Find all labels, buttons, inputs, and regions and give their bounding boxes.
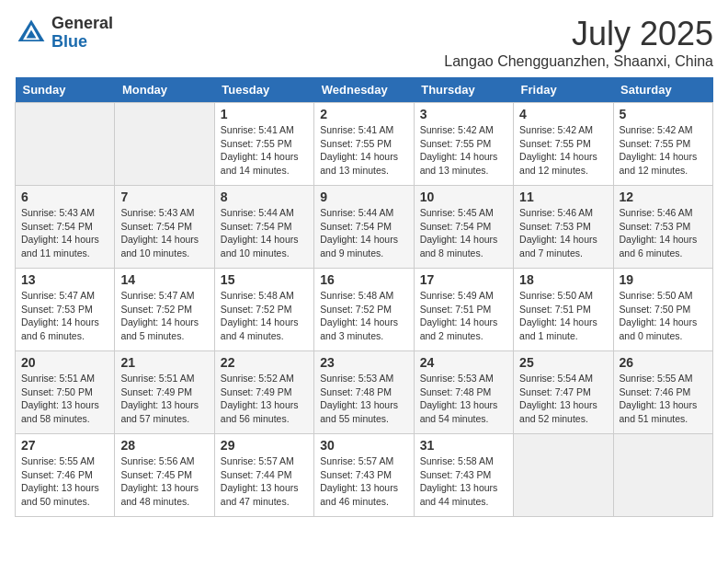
day-info: Sunrise: 5:46 AM Sunset: 7:53 PM Dayligh… — [620, 206, 707, 260]
weekday-header-tuesday: Tuesday — [214, 77, 313, 103]
location-title: Langao Chengguanzhen, Shaanxi, China — [444, 53, 713, 70]
day-number: 14 — [120, 272, 208, 287]
day-info: Sunrise: 5:50 AM Sunset: 7:50 PM Dayligh… — [620, 289, 707, 343]
day-info: Sunrise: 5:47 AM Sunset: 7:53 PM Dayligh… — [21, 289, 108, 343]
calendar-table: SundayMondayTuesdayWednesdayThursdayFrid… — [15, 77, 713, 517]
calendar-day-cell: 12Sunrise: 5:46 AM Sunset: 7:53 PM Dayli… — [613, 186, 712, 269]
day-info: Sunrise: 5:58 AM Sunset: 7:43 PM Dayligh… — [420, 454, 507, 509]
calendar-day-cell: 9Sunrise: 5:44 AM Sunset: 7:54 PM Daylig… — [314, 186, 414, 269]
calendar-day-cell: 10Sunrise: 5:45 AM Sunset: 7:54 PM Dayli… — [414, 186, 513, 269]
calendar-day-cell: 4Sunrise: 5:42 AM Sunset: 7:55 PM Daylig… — [514, 103, 613, 186]
calendar-day-cell: 6Sunrise: 5:43 AM Sunset: 7:54 PM Daylig… — [16, 186, 115, 269]
weekday-header-monday: Monday — [115, 77, 214, 103]
day-number: 5 — [620, 107, 707, 121]
logo-general-text: General — [51, 15, 113, 33]
calendar-day-cell: 29Sunrise: 5:57 AM Sunset: 7:44 PM Dayli… — [214, 434, 313, 517]
day-number: 20 — [21, 355, 108, 370]
weekday-header-saturday: Saturday — [613, 77, 712, 103]
title-block: July 2025 Langao Chengguanzhen, Shaanxi,… — [444, 15, 713, 70]
month-title: July 2025 — [444, 15, 713, 53]
day-info: Sunrise: 5:50 AM Sunset: 7:51 PM Dayligh… — [519, 289, 607, 343]
day-number: 22 — [221, 355, 308, 370]
day-info: Sunrise: 5:54 AM Sunset: 7:47 PM Dayligh… — [519, 372, 607, 426]
day-info: Sunrise: 5:47 AM Sunset: 7:52 PM Dayligh… — [120, 289, 208, 343]
day-info: Sunrise: 5:48 AM Sunset: 7:52 PM Dayligh… — [320, 289, 407, 343]
calendar-week-row: 20Sunrise: 5:51 AM Sunset: 7:50 PM Dayli… — [16, 351, 713, 434]
day-number: 4 — [519, 107, 607, 121]
day-info: Sunrise: 5:48 AM Sunset: 7:52 PM Dayligh… — [221, 289, 308, 343]
weekday-header-row: SundayMondayTuesdayWednesdayThursdayFrid… — [16, 77, 713, 103]
logo-blue-text: Blue — [51, 33, 113, 52]
calendar-day-cell — [613, 434, 712, 517]
calendar-week-row: 1Sunrise: 5:41 AM Sunset: 7:55 PM Daylig… — [16, 103, 713, 186]
calendar-day-cell: 16Sunrise: 5:48 AM Sunset: 7:52 PM Dayli… — [314, 269, 414, 351]
day-info: Sunrise: 5:52 AM Sunset: 7:49 PM Dayligh… — [221, 372, 308, 426]
day-number: 31 — [420, 438, 507, 453]
calendar-day-cell: 18Sunrise: 5:50 AM Sunset: 7:51 PM Dayli… — [514, 269, 613, 351]
day-number: 2 — [320, 107, 407, 121]
day-number: 27 — [21, 438, 108, 453]
day-number: 3 — [420, 107, 507, 121]
calendar-day-cell: 5Sunrise: 5:42 AM Sunset: 7:55 PM Daylig… — [613, 103, 712, 186]
calendar-day-cell: 19Sunrise: 5:50 AM Sunset: 7:50 PM Dayli… — [613, 269, 712, 351]
calendar-day-cell: 13Sunrise: 5:47 AM Sunset: 7:53 PM Dayli… — [16, 269, 115, 351]
calendar-day-cell: 31Sunrise: 5:58 AM Sunset: 7:43 PM Dayli… — [414, 434, 513, 517]
day-number: 29 — [221, 438, 308, 453]
logo-icon — [15, 17, 48, 50]
day-info: Sunrise: 5:46 AM Sunset: 7:53 PM Dayligh… — [519, 206, 607, 260]
day-number: 23 — [320, 355, 407, 370]
day-info: Sunrise: 5:45 AM Sunset: 7:54 PM Dayligh… — [420, 206, 507, 260]
calendar-day-cell: 22Sunrise: 5:52 AM Sunset: 7:49 PM Dayli… — [214, 351, 313, 434]
calendar-day-cell: 30Sunrise: 5:57 AM Sunset: 7:43 PM Dayli… — [314, 434, 414, 517]
day-info: Sunrise: 5:41 AM Sunset: 7:55 PM Dayligh… — [221, 123, 308, 178]
calendar-day-cell: 17Sunrise: 5:49 AM Sunset: 7:51 PM Dayli… — [414, 269, 513, 351]
day-info: Sunrise: 5:42 AM Sunset: 7:55 PM Dayligh… — [519, 123, 607, 178]
calendar-day-cell: 27Sunrise: 5:55 AM Sunset: 7:46 PM Dayli… — [16, 434, 115, 517]
weekday-header-thursday: Thursday — [414, 77, 513, 103]
day-info: Sunrise: 5:41 AM Sunset: 7:55 PM Dayligh… — [320, 123, 407, 178]
day-number: 11 — [519, 190, 607, 204]
calendar-day-cell: 25Sunrise: 5:54 AM Sunset: 7:47 PM Dayli… — [514, 351, 613, 434]
day-number: 17 — [420, 272, 507, 287]
day-number: 30 — [320, 438, 407, 453]
day-info: Sunrise: 5:49 AM Sunset: 7:51 PM Dayligh… — [420, 289, 507, 343]
day-number: 19 — [620, 272, 707, 287]
day-info: Sunrise: 5:56 AM Sunset: 7:45 PM Dayligh… — [120, 454, 208, 509]
logo-text: General Blue — [51, 15, 113, 52]
day-number: 21 — [120, 355, 208, 370]
day-number: 8 — [221, 190, 308, 204]
calendar-day-cell — [115, 103, 214, 186]
day-number: 25 — [519, 355, 607, 370]
day-info: Sunrise: 5:57 AM Sunset: 7:43 PM Dayligh… — [320, 454, 407, 509]
day-number: 9 — [320, 190, 407, 204]
day-info: Sunrise: 5:55 AM Sunset: 7:46 PM Dayligh… — [21, 454, 108, 509]
day-info: Sunrise: 5:43 AM Sunset: 7:54 PM Dayligh… — [120, 206, 208, 260]
day-number: 15 — [221, 272, 308, 287]
calendar-week-row: 13Sunrise: 5:47 AM Sunset: 7:53 PM Dayli… — [16, 269, 713, 351]
day-info: Sunrise: 5:42 AM Sunset: 7:55 PM Dayligh… — [420, 123, 507, 178]
day-info: Sunrise: 5:55 AM Sunset: 7:46 PM Dayligh… — [620, 372, 707, 426]
calendar-day-cell: 23Sunrise: 5:53 AM Sunset: 7:48 PM Dayli… — [314, 351, 414, 434]
calendar-day-cell: 7Sunrise: 5:43 AM Sunset: 7:54 PM Daylig… — [115, 186, 214, 269]
day-info: Sunrise: 5:51 AM Sunset: 7:50 PM Dayligh… — [21, 372, 108, 426]
day-info: Sunrise: 5:57 AM Sunset: 7:44 PM Dayligh… — [221, 454, 308, 509]
calendar-day-cell: 1Sunrise: 5:41 AM Sunset: 7:55 PM Daylig… — [214, 103, 313, 186]
calendar-day-cell: 3Sunrise: 5:42 AM Sunset: 7:55 PM Daylig… — [414, 103, 513, 186]
day-info: Sunrise: 5:44 AM Sunset: 7:54 PM Dayligh… — [221, 206, 308, 260]
day-info: Sunrise: 5:44 AM Sunset: 7:54 PM Dayligh… — [320, 206, 407, 260]
day-number: 12 — [620, 190, 707, 204]
calendar-day-cell: 15Sunrise: 5:48 AM Sunset: 7:52 PM Dayli… — [214, 269, 313, 351]
day-info: Sunrise: 5:51 AM Sunset: 7:49 PM Dayligh… — [120, 372, 208, 426]
calendar-day-cell: 8Sunrise: 5:44 AM Sunset: 7:54 PM Daylig… — [214, 186, 313, 269]
calendar-day-cell: 26Sunrise: 5:55 AM Sunset: 7:46 PM Dayli… — [613, 351, 712, 434]
day-info: Sunrise: 5:43 AM Sunset: 7:54 PM Dayligh… — [21, 206, 108, 260]
day-number: 1 — [221, 107, 308, 121]
calendar-day-cell: 11Sunrise: 5:46 AM Sunset: 7:53 PM Dayli… — [514, 186, 613, 269]
day-info: Sunrise: 5:53 AM Sunset: 7:48 PM Dayligh… — [320, 372, 407, 426]
calendar-week-row: 27Sunrise: 5:55 AM Sunset: 7:46 PM Dayli… — [16, 434, 713, 517]
day-number: 10 — [420, 190, 507, 204]
day-number: 16 — [320, 272, 407, 287]
calendar-day-cell: 24Sunrise: 5:53 AM Sunset: 7:48 PM Dayli… — [414, 351, 513, 434]
weekday-header-sunday: Sunday — [16, 77, 115, 103]
logo: General Blue — [15, 15, 113, 52]
